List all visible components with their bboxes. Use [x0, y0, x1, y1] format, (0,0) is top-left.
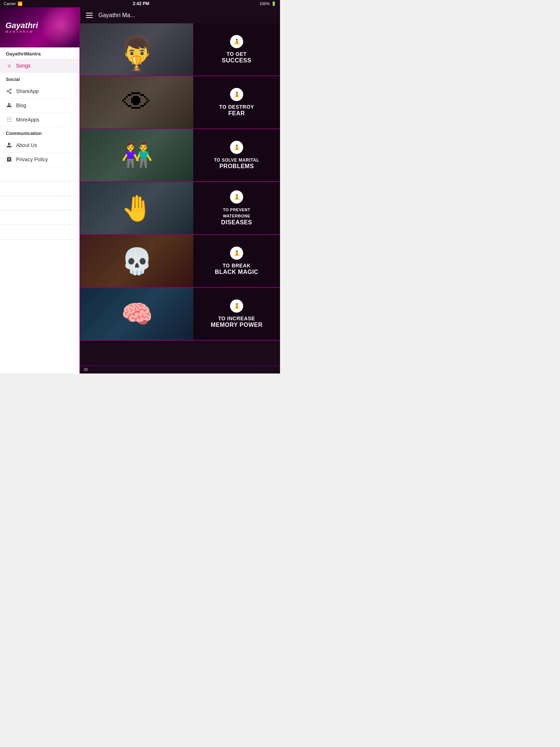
hamburger-button[interactable] [86, 13, 93, 18]
card-title-waterborne: TO PREVENTWATERBONE DISEASES [221, 206, 252, 226]
status-time: 2:42 PM [133, 1, 149, 6]
person-icon [6, 142, 12, 148]
svg-point-0 [10, 89, 11, 90]
privacypolicy-label: Privacy Policy [16, 156, 48, 162]
card-logo-waterborne [230, 190, 243, 204]
app-sub-title: MANTHRAM [5, 30, 38, 34]
card-logo-marital [230, 141, 243, 154]
sidebar-item-blog[interactable]: Blog [0, 98, 79, 113]
sidebar-item-shareapp[interactable]: ShareApp [0, 84, 79, 98]
sidebar-item-moreapps[interactable]: MoreApps [0, 113, 79, 127]
card-image-memory: 🧠 [80, 288, 193, 340]
card-waterborne[interactable]: 🤚 TO PREVENTWATERBONE DISEASES [80, 182, 280, 235]
yoga-logo-fear [231, 89, 242, 100]
svg-point-2 [10, 92, 11, 94]
sidebar-item-privacypolicy[interactable]: Privacy Policy [0, 152, 79, 167]
yoga-logo-memory [231, 300, 242, 312]
hamburger-line-3 [86, 17, 93, 18]
bottom-bar-text: 00 [84, 368, 88, 372]
spacer-4 [0, 210, 79, 225]
card-logo-success [230, 35, 243, 48]
blog-icon [6, 102, 12, 109]
yoga-logo-success [231, 36, 242, 47]
svg-point-13 [9, 121, 9, 122]
card-title-success: TO GET SUCCESS [222, 51, 252, 64]
svg-point-14 [11, 121, 11, 122]
card-text-marital: TO SOLVE MARITAL PROBLEMS [193, 129, 280, 181]
moreapps-icon [6, 116, 12, 123]
svg-point-5 [9, 104, 10, 105]
svg-point-12 [7, 121, 8, 122]
main-content: Gayathri Ma... 👦 🏆 TO GET [79, 7, 280, 374]
carrier-label: Carrier [4, 1, 16, 6]
status-right: 100% 🔋 [260, 1, 276, 6]
sidebar-item-songs[interactable]: ♫ Songs [0, 59, 79, 73]
svg-point-8 [11, 117, 11, 118]
card-memory[interactable]: 🧠 TO INCREASE MEMORY POWER [80, 288, 280, 341]
hamburger-line-1 [86, 13, 93, 13]
card-success[interactable]: 👦 🏆 TO GET SUCCESS [80, 23, 280, 76]
svg-point-10 [9, 119, 9, 120]
card-blackmagic[interactable]: 💀 TO BREAK BLACK MAGIC [80, 235, 280, 288]
hamburger-line-2 [86, 15, 93, 16]
svg-line-4 [8, 90, 10, 91]
section-communication: Communication [0, 127, 79, 138]
card-title-fear: TO DESTROY FEAR [219, 104, 254, 117]
section-gayathri: GayathriMantra [0, 47, 79, 59]
toolbar-title: Gayathri Ma... [98, 12, 135, 19]
battery-icon: 🔋 [271, 1, 276, 6]
songs-label: Songs [16, 63, 31, 69]
music-icon: ♫ [6, 62, 12, 69]
card-text-fear: TO DESTROY FEAR [193, 76, 280, 128]
svg-point-11 [11, 119, 11, 120]
card-image-waterborne: 🤚 [80, 182, 193, 234]
card-image-blackmagic: 💀 [80, 235, 193, 287]
section-social: Social [0, 73, 79, 84]
cards-container: 👦 🏆 TO GET SUCCESS [80, 23, 280, 365]
status-left: Carrier 📶 [4, 1, 23, 6]
clipboard-icon [6, 156, 12, 163]
svg-point-1 [7, 90, 8, 92]
card-text-waterborne: TO PREVENTWATERBONE DISEASES [193, 182, 280, 234]
share-icon [6, 88, 12, 94]
battery-label: 100% [260, 1, 270, 6]
card-text-blackmagic: TO BREAK BLACK MAGIC [193, 235, 280, 287]
app-title-block: Gayathri MANTHRAM [5, 21, 38, 34]
spacer-2 [0, 181, 79, 196]
svg-point-7 [9, 117, 9, 118]
card-logo-memory [230, 299, 243, 313]
spacer-5 [0, 225, 79, 240]
aboutus-label: About Us [16, 142, 37, 148]
svg-line-3 [8, 92, 10, 93]
yoga-logo-blackmagic [231, 247, 242, 259]
status-bar: Carrier 📶 2:42 PM 100% 🔋 [0, 0, 280, 7]
shareapp-label: ShareApp [16, 88, 39, 94]
blog-label: Blog [16, 102, 26, 108]
toolbar: Gayathri Ma... [80, 7, 280, 23]
svg-point-6 [7, 117, 8, 118]
card-text-memory: TO INCREASE MEMORY POWER [193, 288, 280, 340]
card-logo-fear [230, 88, 243, 101]
moreapps-label: MoreApps [16, 117, 39, 123]
card-marital[interactable]: 👫 TO SOLVE MARITAL PROBLEMS [80, 129, 280, 182]
yoga-logo-marital [231, 142, 242, 153]
card-image-fear: 👁 [80, 76, 193, 128]
sidebar: Gayathri MANTHRAM GayathriMantra ♫ Songs… [0, 7, 79, 374]
card-image-marital: 👫 [80, 129, 193, 181]
card-logo-blackmagic [230, 247, 243, 260]
spacer-3 [0, 196, 79, 210]
bottom-bar: 00 [80, 365, 280, 374]
svg-point-9 [7, 119, 8, 120]
spacer-1 [0, 167, 79, 181]
card-fear[interactable]: 👁 TO DESTROY FEAR [80, 76, 280, 129]
card-title-blackmagic: TO BREAK BLACK MAGIC [215, 263, 258, 276]
card-image-success: 👦 🏆 [80, 23, 193, 76]
app-container: Gayathri MANTHRAM GayathriMantra ♫ Songs… [0, 7, 280, 374]
sidebar-item-aboutus[interactable]: About Us [0, 138, 79, 152]
app-main-title: Gayathri [5, 21, 38, 30]
wifi-icon: 📶 [18, 1, 23, 6]
card-title-memory: TO INCREASE MEMORY POWER [211, 316, 262, 329]
sidebar-header: Gayathri MANTHRAM [0, 7, 79, 47]
card-text-success: TO GET SUCCESS [193, 23, 280, 76]
card-title-marital: TO SOLVE MARITAL PROBLEMS [214, 157, 259, 170]
